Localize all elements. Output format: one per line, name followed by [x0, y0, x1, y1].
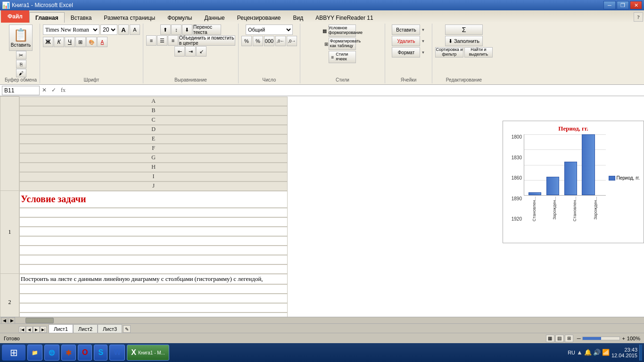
show-desktop-button[interactable]: [639, 345, 642, 361]
insert-cells-button[interactable]: Вставить: [392, 25, 420, 35]
format-painter-button[interactable]: 🖌: [16, 69, 26, 77]
align-top-button[interactable]: ⬆: [160, 25, 171, 35]
col-header-g[interactable]: F: [19, 144, 288, 153]
minimize-button[interactable]: ─: [603, 1, 616, 9]
tab-review[interactable]: Рецензирование: [231, 12, 287, 23]
clock-display[interactable]: 23:43 12.04.2015: [611, 347, 637, 358]
increase-decimal-button[interactable]: ,0←: [275, 36, 286, 46]
sheet-tab-2[interactable]: Лист2: [73, 324, 98, 333]
fill-button[interactable]: ⬇ Заполнить: [445, 36, 483, 46]
zoom-slider[interactable]: [582, 337, 620, 340]
increase-indent-button[interactable]: ⇥: [185, 46, 196, 57]
wrap-text-button[interactable]: Перенос текста: [193, 25, 221, 35]
font-color-button[interactable]: A: [97, 37, 107, 47]
new-sheet-button[interactable]: ✎: [123, 325, 131, 333]
restore-button[interactable]: ❐: [617, 1, 629, 9]
align-right-button[interactable]: ≡: [168, 35, 178, 46]
scroll-right-button[interactable]: ▶: [8, 317, 15, 324]
sort-filter-button[interactable]: Сортировка и фильтр: [435, 47, 463, 58]
decrease-indent-button[interactable]: ⇤: [174, 46, 185, 57]
align-center-button[interactable]: ☰: [157, 35, 167, 46]
cell-f2[interactable]: [19, 284, 288, 294]
sheet-next-button[interactable]: ▶: [33, 326, 40, 333]
taskbar-excel[interactable]: X Книга1 - M...: [127, 345, 169, 361]
tab-insert[interactable]: Вставка: [65, 12, 98, 23]
formula-input[interactable]: [68, 86, 642, 95]
decrease-font-button[interactable]: A: [130, 25, 140, 35]
paste-button[interactable]: 📋 Вставить: [9, 25, 33, 51]
delete-cells-button[interactable]: Удалить: [392, 36, 420, 46]
font-name-select[interactable]: Times New Roman: [43, 25, 99, 35]
normal-view-button[interactable]: ▦: [546, 335, 554, 342]
sheet-first-button[interactable]: |◀: [19, 326, 25, 333]
taskbar-skype[interactable]: S: [94, 345, 107, 361]
cell-f1[interactable]: [19, 227, 288, 236]
col-header-k[interactable]: J: [19, 181, 288, 191]
align-middle-button[interactable]: ↕: [171, 25, 182, 35]
sheet-prev-button[interactable]: ◀: [26, 326, 33, 333]
border-button[interactable]: ⊞: [75, 37, 86, 47]
comma-button[interactable]: 000: [264, 36, 274, 46]
cut-button[interactable]: ✂: [16, 51, 26, 59]
zoom-out-button[interactable]: ─: [577, 336, 581, 341]
tab-abbyy[interactable]: ABBYY FineReader 11: [309, 12, 380, 23]
merge-center-button[interactable]: Объединить и поместить в центре: [179, 35, 235, 46]
underline-button[interactable]: Ч: [65, 37, 75, 47]
cell-h2[interactable]: [19, 303, 288, 313]
cell-styles-button[interactable]: ≡ Стили ячеек: [329, 51, 356, 63]
taskbar-explorer[interactable]: 📁: [27, 345, 42, 361]
cell-b1[interactable]: Условие задачи: [19, 191, 288, 208]
zoom-in-button[interactable]: +: [622, 336, 625, 341]
taskbar-opera[interactable]: O: [78, 345, 92, 361]
cell-d1[interactable]: [19, 208, 288, 217]
col-header-c[interactable]: B: [19, 106, 288, 115]
copy-button[interactable]: ⎘: [16, 60, 26, 68]
format-dropdown[interactable]: ▼: [421, 50, 425, 55]
sheet-tab-1[interactable]: Лист1: [49, 324, 73, 333]
page-break-view-button[interactable]: ⊞: [565, 335, 573, 342]
scroll-left-button[interactable]: ◀: [1, 317, 8, 324]
start-button[interactable]: ⊞: [2, 345, 25, 361]
cell-g2[interactable]: [19, 294, 288, 303]
col-header-b[interactable]: A: [19, 97, 288, 106]
cell-h1[interactable]: [19, 246, 288, 255]
tab-formulas[interactable]: Формулы: [161, 12, 198, 23]
col-header-d[interactable]: C: [19, 115, 288, 125]
insert-dropdown[interactable]: ▼: [421, 28, 425, 32]
col-header-f[interactable]: E: [19, 134, 288, 144]
align-bottom-button[interactable]: ⬇: [182, 25, 192, 35]
page-layout-view-button[interactable]: ▤: [555, 335, 564, 342]
cell-b2[interactable]: Построить на листе с данными линейную ди…: [19, 274, 288, 284]
currency-button[interactable]: %: [241, 36, 252, 46]
cell-reference-box[interactable]: B11: [2, 86, 40, 95]
delete-dropdown[interactable]: ▼: [421, 39, 425, 43]
chart-container[interactable]: Период, гг. 1920 1890 1860 1830 1800: [503, 121, 644, 243]
horizontal-scrollbar[interactable]: ◀ ▶: [0, 317, 644, 323]
font-size-select[interactable]: 20: [100, 25, 117, 35]
cell-g1[interactable]: [19, 236, 288, 246]
autosum-button[interactable]: Σ: [445, 25, 483, 35]
percent-button[interactable]: %: [253, 36, 263, 46]
help-button[interactable]: ?: [634, 12, 643, 22]
formula-cancel-button[interactable]: ✕: [40, 86, 49, 95]
tab-page-layout[interactable]: Разметка страницы: [98, 12, 161, 23]
number-format-select[interactable]: Общий: [246, 25, 293, 35]
fill-color-button[interactable]: 🎨: [86, 37, 97, 47]
italic-button[interactable]: К: [54, 37, 64, 47]
cell-e1[interactable]: [19, 217, 288, 227]
formula-confirm-button[interactable]: ✓: [49, 86, 58, 95]
increase-font-button[interactable]: A: [118, 25, 129, 35]
col-header-e[interactable]: D: [19, 125, 288, 134]
cell-j1[interactable]: [19, 264, 288, 274]
sheet-tab-3[interactable]: Лист3: [98, 324, 122, 333]
cell-i2[interactable]: [19, 313, 288, 317]
tab-view[interactable]: Вид: [287, 12, 309, 23]
format-table-button[interactable]: ⊞ Форматировать как таблицу: [329, 38, 356, 50]
close-button[interactable]: ✕: [630, 1, 642, 9]
decrease-decimal-button[interactable]: ,0→: [287, 36, 297, 46]
bold-button[interactable]: Ж: [43, 37, 53, 47]
col-header-j[interactable]: I: [19, 172, 288, 181]
find-select-button[interactable]: Найти и выделить: [464, 47, 493, 58]
conditional-formatting-button[interactable]: ▦ Условное форматирование: [329, 25, 356, 37]
taskbar-word[interactable]: W: [109, 345, 125, 361]
